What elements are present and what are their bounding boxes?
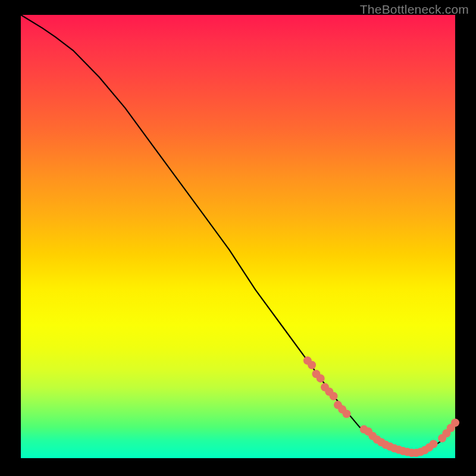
marker-dot (308, 361, 316, 369)
chart-overlay (21, 15, 455, 458)
marker-dot (317, 374, 325, 383)
marker-dot (430, 440, 438, 448)
curve-markers (303, 356, 459, 457)
marker-dot (451, 418, 459, 427)
marker-dot (343, 410, 351, 418)
marker-dot (330, 392, 338, 400)
watermark-text: TheBottleneck.com (360, 2, 469, 17)
curve-line (21, 15, 455, 454)
